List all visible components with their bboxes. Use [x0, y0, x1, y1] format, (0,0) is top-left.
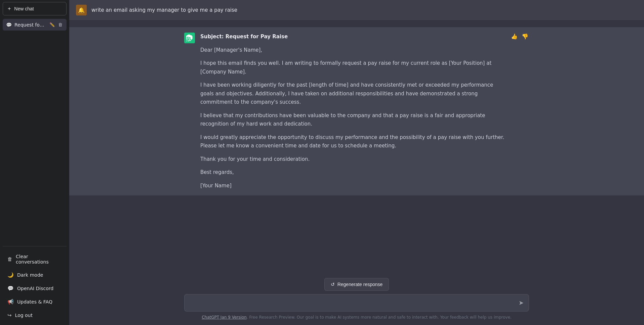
sidebar-item-clear-conversations[interactable]: 🗑 Clear conversations: [3, 250, 67, 268]
conversations-list: 💬 Request for Pay Raise ✏️ 🗑: [0, 17, 69, 245]
email-paragraph1: I hope this email finds you well. I am w…: [200, 59, 505, 76]
conversation-actions: ✏️ 🗑: [49, 21, 63, 28]
conversation-item[interactable]: 💬 Request for Pay Raise ✏️ 🗑: [3, 19, 67, 31]
send-icon: ➤: [519, 299, 524, 307]
new-chat-button[interactable]: + New chat: [3, 2, 67, 15]
chat-area: Subject: Request for Pay Raise Dear [Man…: [69, 20, 644, 273]
assistant-message-block: Subject: Request for Pay Raise Dear [Man…: [69, 27, 644, 195]
regenerate-label: Regenerate response: [337, 282, 383, 287]
sidebar-item-dark-mode[interactable]: 🌙 Dark mode: [3, 269, 67, 281]
email-subject: Subject: Request for Pay Raise: [200, 33, 505, 41]
send-button[interactable]: ➤: [517, 298, 525, 308]
email-paragraph3: I believe that my contributions have bee…: [200, 111, 505, 129]
footer-link[interactable]: ChatGPT Jan 9 Version: [202, 315, 247, 320]
conversation-label: Request for Pay Raise: [14, 22, 46, 28]
sidebar-divider: [3, 246, 67, 246]
new-chat-label: New chat: [14, 6, 34, 11]
user-message-bar: 🔔 write an email asking my manager to gi…: [69, 0, 644, 20]
thumbs-down-button[interactable]: 👎: [521, 33, 529, 40]
chat-icon: 💬: [6, 22, 12, 28]
email-paragraph4: I would greatly appreciate the opportuni…: [200, 133, 505, 150]
updates-icon: 📢: [7, 299, 14, 305]
chat-input[interactable]: [184, 294, 529, 312]
message-actions: 👍 👎: [510, 33, 529, 40]
delete-conversation-button[interactable]: 🗑: [57, 21, 63, 28]
assistant-avatar: [184, 33, 195, 43]
thumbs-up-button[interactable]: 👍: [510, 33, 518, 40]
user-avatar: 🔔: [76, 5, 87, 15]
user-message-text: write an email asking my manager to give…: [91, 7, 237, 13]
input-container: ➤: [184, 294, 529, 312]
moon-icon: 🌙: [7, 272, 14, 278]
edit-conversation-button[interactable]: ✏️: [49, 21, 55, 28]
sidebar-item-discord[interactable]: 💬 OpenAI Discord: [3, 282, 67, 295]
main-content: 🔔 write an email asking my manager to gi…: [69, 0, 644, 325]
clear-icon: 🗑: [7, 256, 12, 262]
dark-mode-label: Dark mode: [17, 272, 43, 278]
email-closing: Best regards,: [200, 168, 505, 177]
regenerate-icon: ↺: [331, 282, 335, 287]
sidebar-bottom: 🗑 Clear conversations 🌙 Dark mode 💬 Open…: [0, 248, 69, 325]
footer-suffix: . Free Research Preview. Our goal is to …: [247, 315, 512, 320]
discord-label: OpenAI Discord: [17, 286, 53, 291]
clear-conversations-label: Clear conversations: [16, 254, 62, 265]
sidebar-item-updates-faq[interactable]: 📢 Updates & FAQ: [3, 295, 67, 308]
email-signature: [Your Name]: [200, 182, 505, 190]
sidebar: + New chat 💬 Request for Pay Raise ✏️ 🗑 …: [0, 0, 69, 325]
bottom-area: ↺ Regenerate response ➤ ChatGPT Jan 9 Ve…: [69, 273, 644, 325]
discord-icon: 💬: [7, 285, 14, 291]
logout-icon: ↪: [7, 312, 12, 318]
log-out-label: Log out: [15, 313, 33, 318]
updates-faq-label: Updates & FAQ: [17, 299, 52, 305]
footer-text: ChatGPT Jan 9 Version. Free Research Pre…: [202, 315, 512, 320]
regenerate-response-button[interactable]: ↺ Regenerate response: [324, 278, 389, 291]
email-greeting: Dear [Manager's Name],: [200, 46, 505, 55]
email-thanks: Thank you for your time and consideratio…: [200, 155, 505, 164]
user-avatar-emoji: 🔔: [78, 7, 85, 13]
sidebar-item-log-out[interactable]: ↪ Log out: [3, 309, 67, 322]
email-paragraph2: I have been working diligently for the p…: [200, 81, 505, 107]
plus-icon: +: [8, 6, 11, 12]
assistant-message-content: Subject: Request for Pay Raise Dear [Man…: [200, 33, 505, 190]
openai-logo-icon: [186, 35, 193, 41]
